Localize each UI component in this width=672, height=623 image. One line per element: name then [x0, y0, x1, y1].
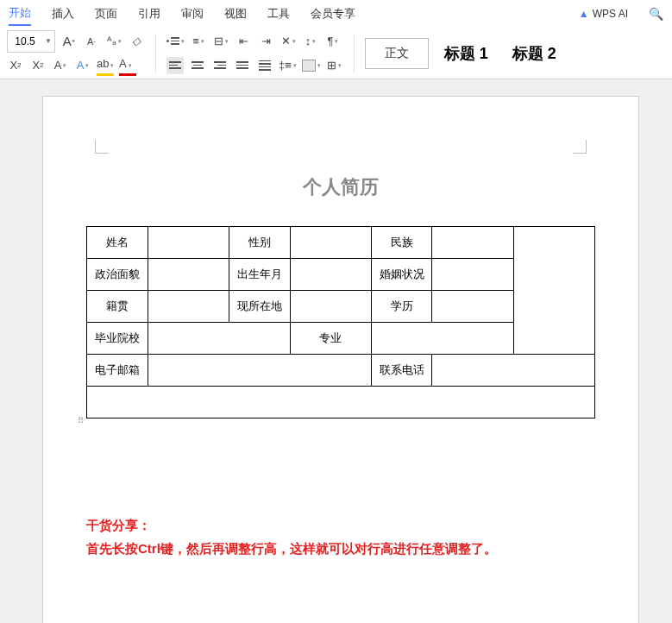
- menu-page[interactable]: 页面: [95, 3, 117, 25]
- multilevel-button[interactable]: ⊟▾: [212, 33, 229, 50]
- menu-tools[interactable]: 工具: [267, 3, 290, 25]
- cell-phone-value[interactable]: [432, 355, 595, 387]
- menu-reference[interactable]: 引用: [138, 3, 160, 25]
- separator: [354, 35, 355, 72]
- text-direction-button[interactable]: ✕▾: [279, 33, 297, 50]
- style-body[interactable]: 正文: [365, 38, 429, 69]
- menu-review[interactable]: 审阅: [181, 3, 204, 25]
- align-justify-button[interactable]: [234, 57, 251, 74]
- clear-format-button[interactable]: ◇: [128, 33, 145, 50]
- decrease-indent-button[interactable]: ⇤: [235, 33, 252, 50]
- grow-font-button[interactable]: A+: [60, 33, 78, 50]
- cell-birth-value[interactable]: [290, 259, 371, 291]
- cell-major-label[interactable]: 专业: [290, 323, 371, 355]
- cell-ethnic-label[interactable]: 民族: [371, 227, 432, 259]
- cell-gender-value[interactable]: [290, 227, 371, 259]
- change-case-button[interactable]: ᴬₐ▾: [105, 33, 122, 50]
- bullets-button[interactable]: ▾: [166, 33, 185, 50]
- page[interactable]: 个人简历 姓名 性别 民族 政治面貌 出生年月 婚姻状况 籍贯: [43, 97, 638, 623]
- cell-origin-value[interactable]: [148, 291, 229, 323]
- table-row: 电子邮箱 联系电话: [87, 355, 595, 387]
- cell-birth-label[interactable]: 出生年月: [229, 259, 290, 291]
- tip-block[interactable]: 干货分享： 首先长按Ctrl键，然后再调整行高，这样就可以对行高进行任意调整了。: [86, 513, 595, 560]
- highlight-button[interactable]: ab▾: [97, 57, 114, 74]
- align-center-button[interactable]: [189, 57, 206, 74]
- shading-button[interactable]: ▾: [302, 57, 321, 74]
- cell-school-label[interactable]: 毕业院校: [87, 323, 148, 355]
- cell-gender-label[interactable]: 性别: [229, 227, 290, 259]
- document-canvas[interactable]: 个人简历 姓名 性别 民族 政治面貌 出生年月 婚姻状况 籍贯: [0, 79, 672, 623]
- cell-email-value[interactable]: [148, 355, 371, 387]
- style-heading1[interactable]: 标题 1: [436, 36, 497, 71]
- menu-start[interactable]: 开始: [9, 2, 31, 26]
- menu-vip[interactable]: 会员专享: [311, 3, 355, 25]
- numbering-button[interactable]: ≡▾: [190, 33, 207, 50]
- increase-indent-button[interactable]: ⇥: [257, 33, 274, 50]
- cell-phone-label[interactable]: 联系电话: [371, 355, 432, 387]
- search-icon[interactable]: 🔍: [649, 7, 663, 21]
- fontsize-value[interactable]: 10.5: [8, 35, 42, 47]
- fontsize-combo[interactable]: 10.5 ▼: [7, 30, 55, 53]
- cell-email-label[interactable]: 电子邮箱: [87, 355, 148, 387]
- tip-title: 干货分享：: [86, 513, 595, 537]
- line-spacing-button[interactable]: ‡≡▾: [279, 57, 297, 74]
- menu-view[interactable]: 视图: [224, 3, 247, 25]
- cell-origin-label[interactable]: 籍贯: [87, 291, 148, 323]
- cell-location-label[interactable]: 现所在地: [229, 291, 290, 323]
- separator: [155, 35, 156, 72]
- cell-name-value[interactable]: [148, 227, 229, 259]
- cell-notes[interactable]: [87, 387, 595, 418]
- show-marks-button[interactable]: ¶▾: [324, 33, 342, 50]
- cell-marriage-label[interactable]: 婚姻状况: [371, 259, 432, 291]
- shrink-font-button[interactable]: A-: [83, 33, 100, 50]
- cell-school-value[interactable]: [148, 323, 290, 355]
- cell-politics-label[interactable]: 政治面貌: [87, 259, 148, 291]
- char-spacing-button[interactable]: A▾: [52, 57, 69, 74]
- crop-mark-tr: [573, 140, 587, 154]
- menu-insert[interactable]: 插入: [52, 3, 74, 25]
- menu-bar: 开始 插入 页面 引用 审阅 视图 工具 会员专享 ▲WPS AI 🔍: [0, 0, 672, 28]
- cell-education-value[interactable]: [432, 291, 513, 323]
- resume-table[interactable]: 姓名 性别 民族 政治面貌 出生年月 婚姻状况 籍贯 现所在地: [86, 226, 595, 418]
- cell-name-label[interactable]: 姓名: [87, 227, 148, 259]
- superscript-button[interactable]: X2: [7, 57, 24, 74]
- cell-location-value[interactable]: [290, 291, 371, 323]
- cell-education-label[interactable]: 学历: [371, 291, 432, 323]
- subscript-button[interactable]: X2: [29, 57, 47, 74]
- align-right-button[interactable]: [211, 57, 229, 74]
- table-row: [87, 387, 595, 418]
- style-heading2[interactable]: 标题 2: [504, 36, 565, 71]
- cell-ethnic-value[interactable]: [432, 227, 513, 259]
- table-row: 姓名 性别 民族: [87, 227, 595, 259]
- align-distribute-button[interactable]: [256, 57, 273, 74]
- document-title[interactable]: 个人简历: [86, 174, 595, 200]
- wps-ai-icon: ▲: [579, 8, 589, 20]
- tip-body: 首先长按Ctrl键，然后再调整行高，这样就可以对行高进行任意调整了。: [86, 537, 595, 560]
- font-color-button[interactable]: A▾: [119, 57, 136, 74]
- cell-marriage-value[interactable]: [432, 259, 513, 291]
- text-effects-button[interactable]: A▾: [74, 57, 91, 74]
- crop-mark-tl: [95, 140, 109, 154]
- fontsize-dropdown-icon[interactable]: ▼: [42, 37, 54, 45]
- ribbon-toolbar: 10.5 ▼ A+ A- ᴬₐ▾ ◇ X2 X2 A▾ A▾ ab▾ A▾ ▾ …: [0, 28, 672, 79]
- cell-photo[interactable]: [513, 227, 594, 355]
- borders-button[interactable]: ⊞▾: [326, 57, 343, 74]
- cell-major-value[interactable]: [371, 323, 513, 355]
- wps-ai-button[interactable]: ▲WPS AI: [579, 8, 628, 20]
- align-left-button[interactable]: [166, 57, 184, 74]
- table-drag-handle-icon[interactable]: ⠿: [78, 416, 85, 425]
- cell-politics-value[interactable]: [148, 259, 229, 291]
- sort-button[interactable]: ↕▾: [302, 33, 319, 50]
